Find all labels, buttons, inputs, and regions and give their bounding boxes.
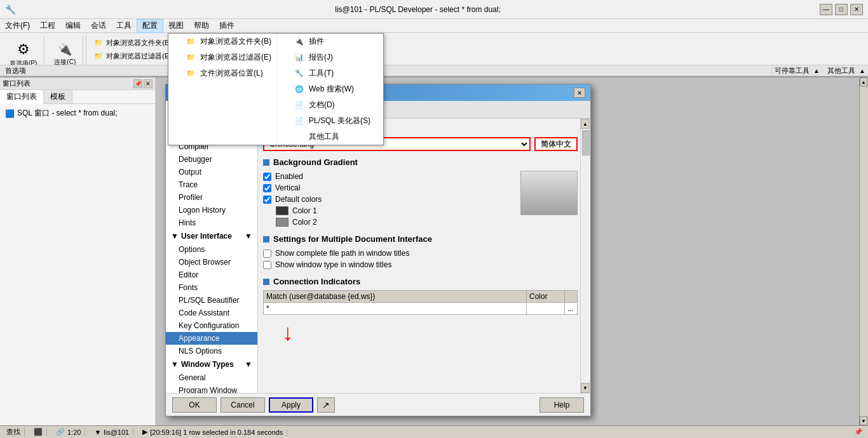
cancel-button[interactable]: Cancel bbox=[220, 397, 265, 413]
scrollbar-thumb[interactable] bbox=[582, 130, 590, 156]
modal-close-button[interactable]: ✕ bbox=[574, 88, 585, 98]
ok-button[interactable]: OK bbox=[172, 397, 217, 413]
panel-header: 窗口列表 📌 ✕ bbox=[0, 77, 155, 90]
vertical-label: Vertical bbox=[275, 183, 300, 192]
tree-debugger[interactable]: Debugger bbox=[166, 153, 257, 166]
default-colors-row: Default colors bbox=[263, 194, 514, 205]
tree-object-browser[interactable]: Object Browser bbox=[166, 256, 257, 269]
conn-row1-color bbox=[527, 303, 565, 315]
mdi-section: Settings for Multiple Document Interface… bbox=[263, 234, 578, 270]
tree-trace[interactable]: Trace bbox=[166, 178, 257, 191]
menu-file[interactable]: 文件(F) bbox=[0, 19, 35, 33]
section-collapse-icon3[interactable]: ▲ bbox=[859, 67, 865, 74]
restore-button[interactable]: □ bbox=[835, 4, 848, 15]
config-item-toolmenu[interactable]: 🔧工具(T) bbox=[277, 65, 383, 81]
config-item-fileloc[interactable]: 📁文件浏览器位置(L) bbox=[168, 65, 276, 81]
config-item-docs[interactable]: 📄文档(D) bbox=[277, 97, 383, 113]
color2-row: Color 2 bbox=[263, 216, 514, 228]
status-right: 📌 bbox=[854, 428, 865, 436]
connect-icon: 🔌 bbox=[58, 43, 72, 56]
status-connection: 🔗 1:20 bbox=[52, 428, 85, 436]
panel-tabs: 窗口列表 模板 bbox=[0, 90, 155, 104]
menu-config[interactable]: 配置 bbox=[137, 19, 163, 33]
menu-view[interactable]: 视图 bbox=[163, 19, 189, 33]
pref-content-scroll[interactable]: Language Chinese.lang 简体中文 bbox=[258, 119, 590, 393]
panel-pin-button[interactable]: 📌 bbox=[133, 79, 142, 88]
ui-section-btn[interactable]: ▼ bbox=[245, 232, 252, 241]
main-scroll-up-btn[interactable]: ▲ bbox=[860, 77, 867, 86]
tree-nls-options[interactable]: NLS Options bbox=[166, 345, 257, 357]
default-colors-checkbox[interactable] bbox=[263, 196, 271, 204]
config-item-other[interactable]: 其他工具 bbox=[277, 129, 383, 145]
menu-help[interactable]: 帮助 bbox=[189, 19, 214, 33]
tree-output[interactable]: Output bbox=[166, 166, 257, 178]
config-item-beautifier[interactable]: 📄PL/SQL 美化器(S) bbox=[277, 113, 383, 129]
status-pin-icon[interactable]: 📌 bbox=[854, 428, 863, 435]
mdi-check2[interactable] bbox=[263, 261, 271, 269]
wt-section-header[interactable]: ▼ Window Types ▼ bbox=[166, 357, 257, 371]
menu-plugins[interactable]: 插件 bbox=[214, 19, 240, 33]
panel-tab-templates[interactable]: 模板 bbox=[44, 90, 72, 103]
connection-text: 1:20 bbox=[67, 428, 81, 436]
tree-options-ui[interactable]: Options bbox=[166, 243, 257, 256]
color1-row: Color 1 bbox=[263, 205, 514, 216]
enabled-checkbox[interactable] bbox=[263, 173, 271, 181]
status-db-icon: ⬛ bbox=[34, 428, 43, 436]
tree-key-config[interactable]: Key Configuration bbox=[166, 319, 257, 332]
config-item-folder[interactable]: 📁对象浏览器文件夹(B) bbox=[168, 34, 276, 50]
tree-item-sql[interactable]: 🟦 SQL 窗口 - select * from dual; bbox=[3, 107, 153, 120]
menu-tools[interactable]: 工具 bbox=[111, 19, 137, 33]
tree-profiler[interactable]: Profiler bbox=[166, 191, 257, 204]
panel-title: 窗口列表 bbox=[3, 79, 31, 88]
modal-footer: OK Cancel Apply ↗ Help bbox=[166, 393, 590, 416]
color2-swatch bbox=[276, 218, 288, 227]
config-small-btn2[interactable]: 📁 对象浏览器过滤器(E) bbox=[90, 50, 175, 62]
config-item-websearch[interactable]: 🌐Web 搜索(W) bbox=[277, 81, 383, 97]
mdi-check1[interactable] bbox=[263, 249, 271, 258]
tree-hints[interactable]: Hints bbox=[166, 216, 257, 229]
menu-session[interactable]: 会话 bbox=[86, 19, 111, 33]
scrollbar-track bbox=[581, 129, 590, 383]
tree-beautifier[interactable]: PL/SQL Beautifier bbox=[166, 294, 257, 307]
tree-code-assistant[interactable]: Code Assistant bbox=[166, 307, 257, 319]
pref-scrollbar: ▲ ▼ bbox=[580, 119, 590, 393]
tree-program-window[interactable]: Program Window bbox=[166, 384, 257, 393]
tree-general[interactable]: General bbox=[166, 371, 257, 384]
config-item-report[interactable]: 📊报告(J) bbox=[277, 50, 383, 65]
section-collapse-icon2[interactable]: ▲ bbox=[813, 67, 820, 74]
config-small-btn1[interactable]: 📁 对象浏览器文件夹(B) bbox=[90, 37, 175, 49]
content-area: 窗口列表 📌 ✕ 窗口列表 模板 🟦 SQL 窗口 - select * fro… bbox=[0, 77, 868, 425]
panel-tab-windows[interactable]: 窗口列表 bbox=[0, 90, 44, 104]
config-item-filter[interactable]: 📁对象浏览器过滤器(E) bbox=[168, 50, 276, 65]
config-item-plugin[interactable]: 🔌插件 bbox=[277, 34, 383, 50]
main-scroll-down-btn[interactable]: ▼ bbox=[860, 416, 867, 425]
menu-edit[interactable]: 编辑 bbox=[60, 19, 86, 33]
tree-appearance[interactable]: Appearance bbox=[166, 332, 257, 345]
mdi-section-title: Settings for Multiple Document Interface bbox=[263, 234, 578, 244]
config-small-label1: 对象浏览器文件夹(B) bbox=[106, 38, 172, 48]
sql-window-label: SQL 窗口 - select * from dual; bbox=[17, 108, 118, 119]
tree-editor[interactable]: Editor bbox=[166, 269, 257, 281]
apply-button[interactable]: Apply bbox=[269, 397, 313, 413]
minimize-button[interactable]: — bbox=[820, 4, 832, 15]
toolbar-sep1 bbox=[86, 36, 86, 67]
bg-gradient-checkboxes: Enabled Vertical Default c bbox=[263, 171, 514, 228]
apply-icon-button[interactable]: ↗ bbox=[317, 397, 335, 413]
main-right-scrollbar: ▲ ▼ bbox=[859, 77, 868, 425]
ui-section-header[interactable]: ▼ User Interface ▼ bbox=[166, 229, 257, 243]
menu-project[interactable]: 工程 bbox=[35, 19, 60, 33]
app-container: 🔧 lis@101 - PL/SQL Developer - select * … bbox=[0, 0, 868, 438]
vertical-checkbox[interactable] bbox=[263, 184, 271, 192]
wt-section-btn[interactable]: ▼ bbox=[245, 360, 252, 369]
help-button[interactable]: Help bbox=[539, 397, 584, 413]
conn-section-title: Connection Indicators bbox=[263, 277, 578, 286]
status-search: 查找 bbox=[3, 427, 25, 437]
tree-fonts[interactable]: Fonts bbox=[166, 281, 257, 294]
scrollbar-up-btn[interactable]: ▲ bbox=[581, 119, 590, 129]
scrollbar-down-btn[interactable]: ▼ bbox=[581, 383, 590, 393]
close-button[interactable]: ✕ bbox=[850, 4, 863, 15]
panel-close-button[interactable]: ✕ bbox=[144, 79, 153, 88]
conn-row1-action[interactable]: ... bbox=[565, 303, 578, 315]
language-btn[interactable]: 简体中文 bbox=[534, 137, 578, 151]
tree-logon-history[interactable]: Logon History bbox=[166, 204, 257, 216]
